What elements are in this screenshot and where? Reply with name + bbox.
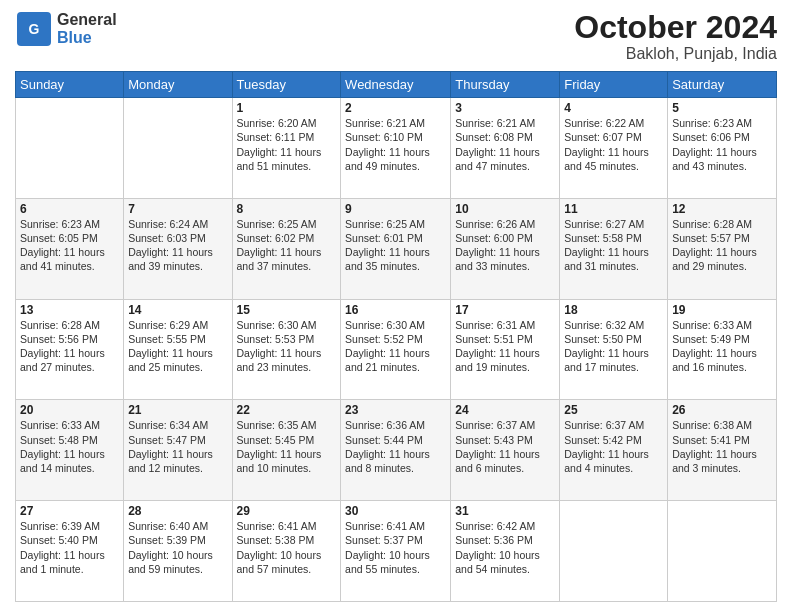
svg-text:G: G (29, 21, 40, 37)
day-info: Sunrise: 6:29 AM Sunset: 5:55 PM Dayligh… (128, 318, 227, 375)
day-number: 3 (455, 101, 555, 115)
day-info: Sunrise: 6:41 AM Sunset: 5:38 PM Dayligh… (237, 519, 337, 576)
day-number: 4 (564, 101, 663, 115)
day-number: 5 (672, 101, 772, 115)
calendar-cell: 30Sunrise: 6:41 AM Sunset: 5:37 PM Dayli… (341, 501, 451, 602)
day-number: 1 (237, 101, 337, 115)
day-info: Sunrise: 6:37 AM Sunset: 5:42 PM Dayligh… (564, 418, 663, 475)
day-info: Sunrise: 6:32 AM Sunset: 5:50 PM Dayligh… (564, 318, 663, 375)
calendar-cell: 27Sunrise: 6:39 AM Sunset: 5:40 PM Dayli… (16, 501, 124, 602)
calendar-cell: 5Sunrise: 6:23 AM Sunset: 6:06 PM Daylig… (668, 98, 777, 199)
day-info: Sunrise: 6:28 AM Sunset: 5:57 PM Dayligh… (672, 217, 772, 274)
calendar-cell (124, 98, 232, 199)
day-info: Sunrise: 6:42 AM Sunset: 5:36 PM Dayligh… (455, 519, 555, 576)
logo: G General Blue (15, 10, 117, 48)
day-info: Sunrise: 6:28 AM Sunset: 5:56 PM Dayligh… (20, 318, 119, 375)
calendar-cell: 14Sunrise: 6:29 AM Sunset: 5:55 PM Dayli… (124, 299, 232, 400)
day-number: 14 (128, 303, 227, 317)
day-info: Sunrise: 6:38 AM Sunset: 5:41 PM Dayligh… (672, 418, 772, 475)
day-number: 26 (672, 403, 772, 417)
day-info: Sunrise: 6:22 AM Sunset: 6:07 PM Dayligh… (564, 116, 663, 173)
calendar-cell: 24Sunrise: 6:37 AM Sunset: 5:43 PM Dayli… (451, 400, 560, 501)
calendar-cell: 8Sunrise: 6:25 AM Sunset: 6:02 PM Daylig… (232, 198, 341, 299)
day-number: 31 (455, 504, 555, 518)
day-info: Sunrise: 6:34 AM Sunset: 5:47 PM Dayligh… (128, 418, 227, 475)
day-info: Sunrise: 6:31 AM Sunset: 5:51 PM Dayligh… (455, 318, 555, 375)
day-info: Sunrise: 6:26 AM Sunset: 6:00 PM Dayligh… (455, 217, 555, 274)
calendar-cell: 23Sunrise: 6:36 AM Sunset: 5:44 PM Dayli… (341, 400, 451, 501)
day-number: 10 (455, 202, 555, 216)
day-number: 7 (128, 202, 227, 216)
location: Bakloh, Punjab, India (574, 45, 777, 63)
weekday-header: Wednesday (341, 72, 451, 98)
weekday-header: Saturday (668, 72, 777, 98)
calendar-cell: 4Sunrise: 6:22 AM Sunset: 6:07 PM Daylig… (560, 98, 668, 199)
day-number: 6 (20, 202, 119, 216)
calendar-cell: 9Sunrise: 6:25 AM Sunset: 6:01 PM Daylig… (341, 198, 451, 299)
logo-blue: Blue (57, 29, 117, 47)
calendar-cell: 28Sunrise: 6:40 AM Sunset: 5:39 PM Dayli… (124, 501, 232, 602)
calendar-cell: 11Sunrise: 6:27 AM Sunset: 5:58 PM Dayli… (560, 198, 668, 299)
day-number: 22 (237, 403, 337, 417)
day-number: 17 (455, 303, 555, 317)
calendar-cell: 13Sunrise: 6:28 AM Sunset: 5:56 PM Dayli… (16, 299, 124, 400)
day-number: 8 (237, 202, 337, 216)
calendar-cell: 16Sunrise: 6:30 AM Sunset: 5:52 PM Dayli… (341, 299, 451, 400)
weekday-header: Sunday (16, 72, 124, 98)
day-info: Sunrise: 6:25 AM Sunset: 6:01 PM Dayligh… (345, 217, 446, 274)
day-info: Sunrise: 6:20 AM Sunset: 6:11 PM Dayligh… (237, 116, 337, 173)
calendar-cell: 7Sunrise: 6:24 AM Sunset: 6:03 PM Daylig… (124, 198, 232, 299)
calendar-cell (668, 501, 777, 602)
day-info: Sunrise: 6:36 AM Sunset: 5:44 PM Dayligh… (345, 418, 446, 475)
day-info: Sunrise: 6:21 AM Sunset: 6:08 PM Dayligh… (455, 116, 555, 173)
day-info: Sunrise: 6:25 AM Sunset: 6:02 PM Dayligh… (237, 217, 337, 274)
month-year: October 2024 (574, 10, 777, 45)
calendar-cell: 10Sunrise: 6:26 AM Sunset: 6:00 PM Dayli… (451, 198, 560, 299)
day-info: Sunrise: 6:23 AM Sunset: 6:06 PM Dayligh… (672, 116, 772, 173)
calendar-cell: 26Sunrise: 6:38 AM Sunset: 5:41 PM Dayli… (668, 400, 777, 501)
day-number: 13 (20, 303, 119, 317)
title-block: October 2024 Bakloh, Punjab, India (574, 10, 777, 63)
day-number: 9 (345, 202, 446, 216)
calendar-cell (16, 98, 124, 199)
day-number: 20 (20, 403, 119, 417)
calendar-cell: 2Sunrise: 6:21 AM Sunset: 6:10 PM Daylig… (341, 98, 451, 199)
logo-icon: G (15, 10, 53, 48)
day-number: 16 (345, 303, 446, 317)
calendar-table: SundayMondayTuesdayWednesdayThursdayFrid… (15, 71, 777, 602)
day-number: 23 (345, 403, 446, 417)
day-number: 30 (345, 504, 446, 518)
day-number: 12 (672, 202, 772, 216)
calendar-cell: 31Sunrise: 6:42 AM Sunset: 5:36 PM Dayli… (451, 501, 560, 602)
day-number: 21 (128, 403, 227, 417)
calendar-cell: 25Sunrise: 6:37 AM Sunset: 5:42 PM Dayli… (560, 400, 668, 501)
calendar-cell: 1Sunrise: 6:20 AM Sunset: 6:11 PM Daylig… (232, 98, 341, 199)
calendar-cell: 19Sunrise: 6:33 AM Sunset: 5:49 PM Dayli… (668, 299, 777, 400)
page: G General Blue October 2024 Bakloh, Punj… (0, 0, 792, 612)
calendar-cell (560, 501, 668, 602)
day-info: Sunrise: 6:30 AM Sunset: 5:52 PM Dayligh… (345, 318, 446, 375)
day-number: 25 (564, 403, 663, 417)
day-info: Sunrise: 6:23 AM Sunset: 6:05 PM Dayligh… (20, 217, 119, 274)
calendar-cell: 18Sunrise: 6:32 AM Sunset: 5:50 PM Dayli… (560, 299, 668, 400)
day-number: 18 (564, 303, 663, 317)
day-info: Sunrise: 6:27 AM Sunset: 5:58 PM Dayligh… (564, 217, 663, 274)
header: G General Blue October 2024 Bakloh, Punj… (15, 10, 777, 63)
weekday-header: Friday (560, 72, 668, 98)
day-info: Sunrise: 6:41 AM Sunset: 5:37 PM Dayligh… (345, 519, 446, 576)
day-info: Sunrise: 6:35 AM Sunset: 5:45 PM Dayligh… (237, 418, 337, 475)
day-info: Sunrise: 6:33 AM Sunset: 5:49 PM Dayligh… (672, 318, 772, 375)
day-number: 15 (237, 303, 337, 317)
calendar-cell: 15Sunrise: 6:30 AM Sunset: 5:53 PM Dayli… (232, 299, 341, 400)
weekday-header: Tuesday (232, 72, 341, 98)
day-info: Sunrise: 6:24 AM Sunset: 6:03 PM Dayligh… (128, 217, 227, 274)
day-number: 2 (345, 101, 446, 115)
day-number: 24 (455, 403, 555, 417)
day-number: 27 (20, 504, 119, 518)
day-number: 29 (237, 504, 337, 518)
day-info: Sunrise: 6:21 AM Sunset: 6:10 PM Dayligh… (345, 116, 446, 173)
calendar-cell: 12Sunrise: 6:28 AM Sunset: 5:57 PM Dayli… (668, 198, 777, 299)
weekday-header: Thursday (451, 72, 560, 98)
logo-general: General (57, 11, 117, 29)
calendar-cell: 21Sunrise: 6:34 AM Sunset: 5:47 PM Dayli… (124, 400, 232, 501)
